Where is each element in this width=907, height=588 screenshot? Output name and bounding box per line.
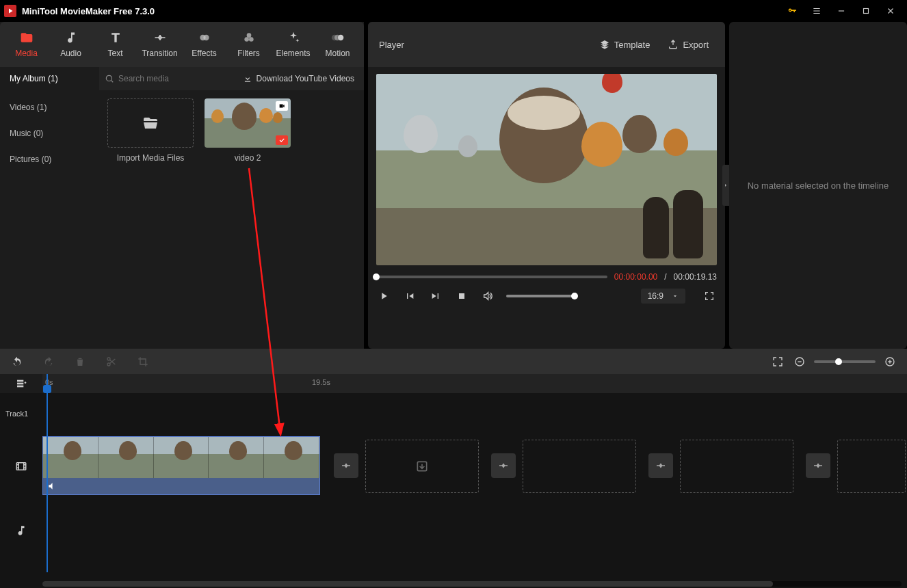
svg-point-5 (249, 37, 254, 42)
nav-media-label: Media (15, 49, 38, 58)
drop-slot-4[interactable] (837, 440, 906, 493)
properties-panel: No material selected on the timeline (729, 22, 907, 349)
timecode-duration: 00:00:19.13 (674, 272, 717, 282)
download-youtube-label: Download YouTube Videos (257, 74, 354, 83)
album-tab[interactable]: My Album (1) (0, 67, 99, 90)
timeline-clip-video2[interactable] (42, 436, 320, 495)
music-note-icon (64, 31, 78, 44)
maximize-button[interactable] (854, 0, 878, 22)
volume-icon[interactable] (480, 289, 495, 304)
export-icon (668, 39, 679, 50)
app-title: MiniTool MovieMaker Free 7.3.0 (22, 6, 155, 16)
export-label: Export (683, 40, 709, 50)
crop-button[interactable] (135, 354, 150, 369)
stop-button[interactable] (454, 289, 469, 304)
delete-button[interactable] (73, 354, 88, 369)
svg-rect-18 (16, 463, 26, 470)
transition-slot-3[interactable] (648, 453, 673, 478)
nav-effects-label: Effects (192, 49, 216, 58)
svg-rect-16 (17, 383, 23, 385)
nav-text-label: Text (107, 49, 122, 58)
expand-properties-button[interactable] (722, 165, 729, 206)
layers-icon (599, 39, 610, 50)
search-input[interactable] (118, 74, 228, 83)
svg-rect-10 (459, 293, 464, 299)
player-preview (376, 74, 717, 265)
sidebar-item-pictures[interactable]: Pictures (0) (0, 146, 99, 172)
aspect-ratio-value: 16:9 (648, 291, 663, 301)
used-check-icon (276, 135, 288, 145)
playhead[interactable] (47, 374, 48, 572)
undo-button[interactable] (10, 354, 25, 369)
drop-slot-1[interactable] (365, 440, 479, 493)
fullscreen-button[interactable] (702, 289, 717, 304)
svg-point-2 (203, 35, 209, 40)
properties-empty-label: No material selected on the timeline (748, 181, 889, 191)
menu-icon[interactable] (804, 0, 829, 22)
nav-elements[interactable]: Elements (271, 22, 315, 67)
drop-slot-3[interactable] (680, 440, 793, 493)
prev-frame-button[interactable] (402, 289, 417, 304)
sidebar-item-videos[interactable]: Videos (1) (0, 94, 99, 120)
svg-rect-0 (864, 9, 869, 14)
aspect-ratio-dropdown[interactable]: 16:9 (641, 289, 685, 304)
next-frame-button[interactable] (428, 289, 443, 304)
media-thumbnail (205, 98, 291, 148)
transition-slot-2[interactable] (491, 453, 516, 478)
track1-label: Track1 (0, 410, 42, 418)
svg-point-9 (106, 75, 111, 81)
timecode-current: 00:00:00.00 (614, 272, 657, 282)
license-key-icon[interactable] (780, 0, 804, 22)
minimize-button[interactable] (829, 0, 854, 22)
close-button[interactable] (878, 0, 903, 22)
nav-media[interactable]: Media (4, 22, 49, 67)
download-icon (243, 74, 252, 83)
drop-slot-2[interactable] (523, 440, 636, 493)
import-media-label: Import Media Files (117, 153, 185, 163)
template-label: Template (614, 40, 650, 50)
seek-slider[interactable] (376, 276, 607, 278)
sidebar-item-music[interactable]: Music (0) (0, 120, 99, 146)
zoom-in-button[interactable] (882, 354, 897, 369)
play-button[interactable] (376, 289, 391, 304)
nav-transition[interactable]: Transition (137, 22, 182, 67)
volume-slider[interactable] (506, 295, 575, 297)
nav-text[interactable]: Text (93, 22, 137, 67)
folder-open-icon (142, 115, 159, 131)
nav-audio[interactable]: Audio (49, 22, 93, 67)
nav-elements-label: Elements (276, 49, 310, 58)
svg-rect-17 (17, 386, 23, 388)
transition-slot-1[interactable] (334, 453, 358, 478)
chevron-down-icon (672, 293, 679, 299)
svg-point-8 (331, 35, 337, 40)
nav-effects[interactable]: Effects (182, 22, 226, 67)
svg-rect-15 (17, 380, 23, 382)
download-youtube-button[interactable]: Download YouTube Videos (233, 67, 364, 90)
zoom-out-button[interactable] (792, 354, 807, 369)
template-button[interactable]: Template (594, 36, 656, 53)
transition-icon (153, 31, 167, 44)
media-clip-video2[interactable]: video 2 (205, 98, 291, 163)
fit-zoom-button[interactable] (770, 354, 785, 369)
ruler-tick-1: 19.5s (312, 378, 330, 386)
zoom-slider[interactable] (814, 360, 876, 363)
split-button[interactable] (104, 354, 119, 369)
timecode-separator: / (664, 272, 666, 282)
motion-icon (331, 31, 345, 44)
video-type-icon (276, 101, 288, 111)
nav-transition-label: Transition (142, 49, 177, 58)
text-icon (109, 31, 122, 44)
import-media-card[interactable]: Import Media Files (107, 98, 194, 163)
effects-icon (198, 31, 211, 44)
export-button[interactable]: Export (662, 36, 714, 53)
sparkle-icon (287, 31, 300, 44)
nav-filters[interactable]: Filters (226, 22, 271, 67)
media-clip-label: video 2 (235, 153, 261, 163)
timeline-scrollbar[interactable] (42, 581, 902, 587)
redo-button[interactable] (41, 354, 56, 369)
transition-slot-4[interactable] (806, 453, 830, 478)
search-icon (105, 74, 114, 83)
timeline-ruler[interactable]: 0s 19.5s (42, 374, 907, 393)
nav-motion[interactable]: Motion (315, 22, 360, 67)
track-manager-button[interactable] (0, 374, 42, 393)
